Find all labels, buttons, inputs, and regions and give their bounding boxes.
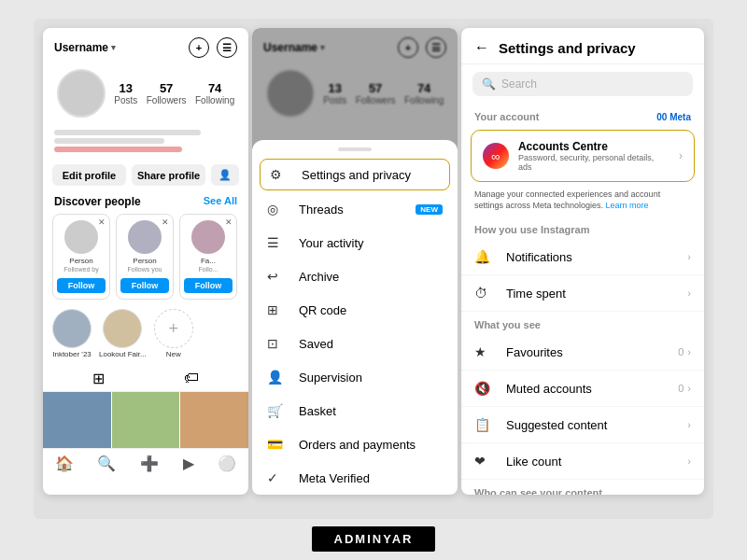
supervision-icon: 👤 (267, 370, 288, 385)
time-spent-item[interactable]: ⏱ Time spent › (461, 275, 704, 312)
profile-username: Username ▾ (54, 41, 116, 54)
highlight-1[interactable]: Inktober '23 (52, 309, 92, 358)
close-icon[interactable]: ✕ (98, 217, 106, 227)
verified-icon: ✓ (267, 470, 288, 485)
section-label-text: Your account (474, 111, 539, 122)
bio-link-line (54, 147, 182, 152)
qr-menu-item[interactable]: ⊞ QR code (252, 293, 458, 327)
tag-icon[interactable]: 🏷 (184, 370, 199, 387)
search-tab[interactable]: 🔍 (97, 455, 116, 472)
menu-sheet: ⚙ Settings and privacy ◎ Threads NEW ☰ Y… (252, 140, 458, 495)
screen3-settings: ← Settings and privacy 🔍 Search Your acc… (461, 28, 704, 495)
search-bar[interactable]: 🔍 Search (472, 72, 693, 96)
screen1-profile: Username ▾ + ☰ 13 Posts (43, 28, 248, 495)
muted-count: 0 (678, 383, 684, 394)
person-name: Person (120, 257, 169, 265)
muted-accounts-item[interactable]: 🔇 Muted accounts 0 › (461, 371, 704, 407)
follow-button[interactable]: Follow (184, 278, 233, 293)
chevron-right-icon: › (687, 383, 691, 394)
screen2-menu: Username ▾ + ☰ 13 Posts 57 (252, 28, 458, 495)
accounts-centre-text: Accounts Centre Password, security, pers… (518, 140, 669, 172)
following-count: 74 (195, 81, 234, 95)
new-badge: NEW (416, 204, 443, 215)
like-count-item[interactable]: ❤ Like count › (461, 443, 704, 480)
notifications-item[interactable]: 🔔 Notifications › (461, 239, 704, 275)
bottom-label: ADMINYAR (312, 526, 436, 552)
chevron-right-icon: › (687, 455, 691, 467)
add-tab[interactable]: ➕ (140, 455, 159, 472)
supervision-menu-item[interactable]: 👤 Supervision (252, 360, 458, 394)
highlight-2[interactable]: Lookout Fair... (99, 309, 147, 358)
grid-photos (43, 392, 248, 448)
qr-icon: ⊞ (267, 302, 288, 317)
reels-tab[interactable]: ▶ (183, 455, 194, 472)
back-button[interactable]: ← (474, 39, 489, 56)
qr-label: QR code (299, 303, 443, 317)
saved-menu-item[interactable]: ⊡ Saved (252, 327, 458, 360)
highlight-new-label: New (154, 350, 193, 358)
favourites-item[interactable]: ★ Favourites 0 › (461, 334, 704, 371)
close-icon[interactable]: ✕ (162, 217, 169, 227)
see-all-button[interactable]: See All (204, 195, 237, 208)
tab-bar: 🏠 🔍 ➕ ▶ ⚪ (43, 448, 248, 478)
who-can-see-label: Who can see your content (474, 487, 602, 495)
basket-icon: 🛒 (267, 403, 288, 418)
add-icon[interactable]: + (189, 37, 209, 58)
basket-menu-item[interactable]: 🛒 Basket (252, 394, 458, 427)
follow-button[interactable]: Follow (120, 278, 169, 293)
learn-more-link[interactable]: Learn more (606, 201, 649, 210)
follow-button[interactable]: Follow (57, 278, 106, 293)
notifications-icon: 🔔 (474, 249, 497, 264)
profile-buttons: Edit profile Share profile 👤 (43, 161, 248, 189)
chevron-right-icon: › (687, 419, 691, 430)
orders-menu-item[interactable]: 💳 Orders and payments (252, 427, 458, 461)
discover-title: Discover people (54, 195, 141, 208)
what-you-see-label: What you see (474, 319, 541, 330)
threads-menu-item[interactable]: ◎ Threads NEW (252, 192, 458, 226)
close-icon[interactable]: ✕ (225, 217, 233, 227)
photo-3 (180, 392, 248, 448)
main-container: Username ▾ + ☰ 13 Posts (9, 19, 738, 541)
threads-label: Threads (299, 203, 412, 217)
like-count-label: Like count (506, 455, 687, 469)
settings-menu-item[interactable]: ⚙ Settings and privacy (260, 159, 450, 190)
activity-menu-item[interactable]: ☰ Your activity (252, 226, 458, 259)
posts-count: 13 (114, 81, 137, 95)
profile-tab[interactable]: ⚪ (218, 455, 236, 472)
archive-menu-item[interactable]: ↩ Archive (252, 259, 458, 293)
profile-bio (43, 125, 248, 161)
time-spent-icon: ⏱ (474, 286, 497, 301)
archive-label: Archive (299, 270, 443, 284)
home-tab[interactable]: 🏠 (55, 455, 74, 472)
favourites-count: 0 (678, 346, 684, 357)
highlight-new[interactable]: + New (154, 309, 193, 358)
discover-cards: ✕ Person Followed by Follow ✕ Person Fol… (43, 212, 248, 301)
accounts-centre-button[interactable]: ∞ Accounts Centre Password, security, pe… (471, 130, 695, 182)
orders-icon: 💳 (267, 437, 288, 452)
how-you-use-label: How you use Instagram (474, 224, 589, 235)
suggested-content-item[interactable]: 📋 Suggested content › (461, 407, 704, 443)
what-you-see-section: What you see (461, 312, 704, 334)
settings-label: Settings and privacy (302, 168, 440, 182)
grid-icon[interactable]: ⊞ (92, 370, 105, 387)
suggested-label: Suggested content (506, 418, 687, 432)
discover-people-button[interactable]: 👤 (211, 164, 239, 186)
edit-profile-button[interactable]: Edit profile (52, 164, 126, 186)
posts-stat: 13 Posts (114, 81, 137, 105)
activity-icon: ☰ (267, 235, 288, 250)
accounts-centre-title: Accounts Centre (518, 140, 669, 153)
search-icon: 🔍 (482, 77, 496, 91)
highlight-label: Inktober '23 (52, 350, 92, 358)
chevron-right-icon: › (687, 287, 691, 299)
who-can-see-section: Who can see your content (461, 480, 704, 495)
followers-label: Followers (147, 95, 187, 105)
saved-label: Saved (299, 337, 443, 351)
avatar (57, 69, 106, 118)
menu-icon[interactable]: ☰ (217, 37, 237, 58)
favourites-icon: ★ (474, 344, 497, 359)
meta-verified-menu-item[interactable]: ✓ Meta Verified (252, 461, 458, 495)
share-profile-button[interactable]: Share profile (132, 164, 205, 186)
like-icon: ❤ (474, 454, 497, 469)
how-you-use-section: How you use Instagram (461, 217, 704, 239)
settings-title: Settings and privacy (499, 40, 636, 56)
